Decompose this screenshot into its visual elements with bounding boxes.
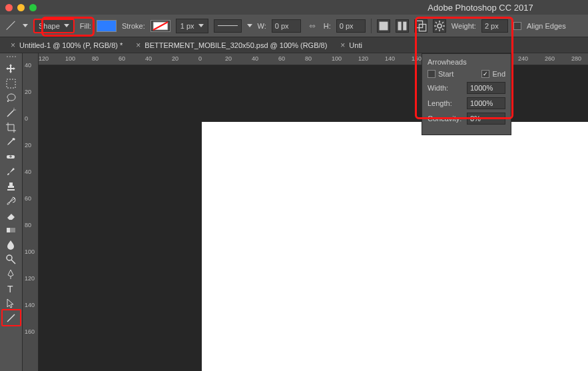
close-tab-icon[interactable]: ×: [340, 41, 345, 50]
titlebar: Adobe Photoshop CC 2017: [0, 0, 588, 15]
svg-line-17: [7, 111, 13, 117]
marquee-tool[interactable]: [3, 76, 20, 91]
ruler-tick: 20: [172, 55, 178, 62]
align-edges-checkbox[interactable]: [513, 22, 521, 30]
ruler-tick: 60: [278, 55, 285, 62]
ruler-tick: 260: [545, 55, 555, 62]
svg-rect-4: [403, 21, 406, 30]
stroke-width-value: 1 px: [180, 22, 194, 30]
end-checkbox[interactable]: [481, 70, 489, 78]
ruler-tick: 40: [145, 55, 152, 62]
svg-text:T: T: [7, 284, 13, 294]
chevron-down-icon: [198, 24, 204, 27]
minimize-window-button[interactable]: [17, 4, 25, 11]
lasso-tool[interactable]: [3, 91, 20, 105]
tool-preset-chevron-icon[interactable]: [23, 24, 28, 27]
tab-label: Untitled-1 @ 100% (P, RGB/8) *: [19, 41, 123, 49]
close-tab-icon[interactable]: ×: [136, 41, 141, 50]
start-label: Start: [438, 70, 453, 78]
ruler-tick: 40: [252, 55, 258, 62]
path-selection-tool[interactable]: [3, 296, 20, 310]
height-input[interactable]: [336, 19, 366, 33]
ruler-tick: 80: [92, 55, 99, 62]
ruler-tick: 40: [25, 63, 37, 68]
stroke-color-swatch[interactable]: [150, 20, 170, 32]
svg-line-27: [11, 260, 15, 264]
brush-tool[interactable]: [3, 164, 20, 179]
app-title: Adobe Photoshop CC 2017: [428, 3, 533, 13]
type-tool[interactable]: T: [3, 281, 20, 296]
move-tool[interactable]: [3, 61, 20, 76]
gear-icon: [434, 20, 445, 32]
maximize-window-button[interactable]: [29, 4, 37, 11]
vertical-ruler: 40 20 0 20 40 60 80 100 120 140 160: [23, 53, 39, 371]
dodge-tool[interactable]: [3, 252, 20, 266]
svg-point-26: [7, 255, 12, 260]
ruler-tick: 120: [358, 55, 368, 62]
width-label: Width:: [428, 84, 448, 92]
document-tab[interactable]: ×Untitled-1 @ 100% (P, RGB/8) *: [5, 37, 128, 53]
path-align-button[interactable]: [377, 19, 390, 33]
arrow-width-input[interactable]: [467, 82, 505, 94]
svg-line-12: [436, 22, 437, 23]
line-tool-icon: [5, 20, 17, 32]
start-checkbox[interactable]: [428, 70, 436, 78]
ruler-tick: 120: [25, 276, 37, 281]
path-arrange-button[interactable]: [396, 19, 409, 33]
fill-label: Fill:: [80, 22, 91, 30]
ruler-tick: 80: [305, 55, 312, 62]
document-tab-bar: ×Untitled-1 @ 100% (P, RGB/8) * ×BETTERM…: [0, 37, 588, 53]
document-tab[interactable]: ×BETTERMENT_MOBILE_320x50.psd @ 100% (RG…: [131, 37, 332, 53]
ruler-tick: 40: [25, 169, 37, 175]
ruler-tick: 80: [25, 222, 37, 228]
ruler-tick: 0: [198, 55, 202, 62]
path-ops-button[interactable]: [414, 19, 428, 33]
concavity-label: Concavity:: [428, 115, 461, 123]
ruler-tick: 0: [25, 116, 37, 121]
align-edges-label: Align Edges: [527, 22, 566, 30]
eyedropper-tool[interactable]: [3, 135, 20, 149]
svg-rect-25: [7, 228, 10, 232]
svg-rect-2: [379, 21, 388, 30]
history-brush-tool[interactable]: [3, 193, 20, 208]
svg-line-29: [7, 314, 15, 322]
tool-mode-select[interactable]: Shape: [33, 19, 75, 33]
link-dimensions-icon[interactable]: ⇔: [306, 20, 318, 32]
popover-heading: Arrowheads: [428, 58, 505, 66]
w-label: W:: [258, 22, 266, 30]
ruler-tick: 160: [412, 55, 422, 62]
blur-tool[interactable]: [3, 237, 20, 252]
eraser-tool[interactable]: [3, 208, 20, 222]
stroke-width-select[interactable]: 1 px: [176, 19, 208, 33]
tab-label: Unti: [349, 41, 362, 49]
panel-grip[interactable]: [5, 56, 18, 59]
arrow-length-input[interactable]: [467, 97, 505, 109]
svg-line-13: [442, 29, 443, 30]
gear-button[interactable]: [433, 19, 446, 33]
gradient-tool[interactable]: [3, 222, 20, 237]
ruler-tick: 240: [518, 55, 528, 62]
chevron-down-icon[interactable]: [247, 24, 252, 27]
stroke-style-select[interactable]: [214, 19, 242, 33]
crop-tool[interactable]: [3, 120, 20, 135]
line-tool[interactable]: [3, 310, 20, 325]
svg-point-7: [438, 24, 441, 28]
ruler-tick: 20: [225, 55, 232, 62]
weight-input[interactable]: [481, 19, 508, 33]
arrow-concavity-input[interactable]: [467, 113, 505, 125]
ruler-tick: 160: [25, 329, 37, 334]
stamp-tool[interactable]: [3, 179, 20, 193]
document-tab[interactable]: ×Unti: [335, 37, 368, 53]
ruler-tick: 280: [571, 55, 581, 62]
magic-wand-tool[interactable]: [3, 105, 20, 120]
length-label: Length:: [428, 99, 452, 107]
healing-brush-tool[interactable]: [3, 149, 20, 164]
ruler-tick: 20: [25, 89, 37, 95]
document-page: [202, 122, 588, 371]
tab-label: BETTERMENT_MOBILE_320x50.psd @ 100% (RGB…: [145, 41, 327, 49]
pen-tool[interactable]: [3, 266, 20, 281]
fill-color-swatch[interactable]: [97, 20, 117, 32]
width-input[interactable]: [272, 19, 301, 33]
close-window-button[interactable]: [5, 4, 13, 11]
close-tab-icon[interactable]: ×: [11, 41, 15, 50]
